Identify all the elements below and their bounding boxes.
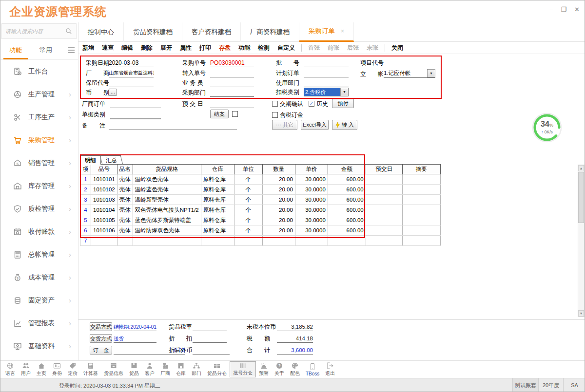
tab-purchase-order[interactable]: 采购订单× (299, 22, 354, 42)
scrollbar-thumb[interactable] (578, 172, 584, 223)
bottombar-pricing-button[interactable]: 定价 (65, 361, 80, 377)
chevron-down-icon[interactable]: ▼ (427, 69, 435, 77)
scroll-down-icon[interactable]: ▼ (578, 310, 584, 317)
hamburger-icon[interactable] (68, 47, 75, 53)
sidebar-item-process[interactable]: 工序生产› (0, 106, 78, 129)
reserve-code-field[interactable] (109, 79, 154, 87)
column-header[interactable]: 单价 (295, 165, 328, 174)
transfer-in-button[interactable]: 转 入 (332, 120, 357, 130)
table-row[interactable]: 7 (80, 236, 441, 246)
doc-type-field[interactable] (110, 111, 161, 119)
bottombar-about-button[interactable]: ?关于 (272, 361, 287, 377)
trade-mode-value[interactable]: 结帐期:2020-04-01; 票 (114, 323, 156, 331)
excel-import-button[interactable]: Excel导入 (301, 120, 329, 130)
tab-summary[interactable]: 汇总 (100, 155, 123, 165)
toolbar-prev-button[interactable]: 前张 (324, 44, 343, 52)
bottombar-warehouse-button[interactable]: 仓库 (173, 361, 189, 377)
column-header[interactable]: 数量 (262, 165, 295, 174)
supplier-field[interactable]: 山东省烟台市益达科技有 (109, 69, 154, 77)
tab-detail[interactable]: 明细 (80, 155, 101, 165)
sidebar-tab-frequent[interactable]: 常用 (31, 40, 61, 59)
scroll-up-icon[interactable]: ▲ (578, 165, 584, 171)
sidebar-item-production[interactable]: 生产管理› (0, 83, 78, 106)
sidebar-item-purchase[interactable]: 采购管理› (0, 129, 78, 151)
sidebar-item-inventory[interactable]: 库存管理› (0, 174, 78, 197)
close-button[interactable]: ✕ (574, 6, 580, 13)
toolbar-last-button[interactable]: 末张 (363, 44, 382, 52)
account-select[interactable]: 1.记应付帐 ▼ (384, 69, 435, 78)
close-case-checkbox[interactable] (232, 111, 238, 117)
toolbar-next-button[interactable]: 后张 (343, 44, 363, 52)
supplier-order-field[interactable] (110, 100, 161, 108)
tab-control-center[interactable]: 控制中心 (78, 22, 124, 42)
toolbar-print-button[interactable]: 打印 (195, 44, 215, 52)
tab-customer-archive[interactable]: 客户资料建档 (182, 22, 241, 42)
close-case-button[interactable]: 结案 (210, 110, 229, 118)
toolbar-save-button[interactable]: 存盘 (215, 44, 234, 52)
bottombar-goods-info-button[interactable]: 货品信息 (101, 361, 126, 377)
table-row[interactable]: 41010104壳体双色壳体电气接头NPT1/2原料仓库个20.0030.000… (80, 205, 441, 215)
column-header[interactable]: 项 (80, 165, 91, 174)
bottombar-goods-split-button[interactable]: 货品分仓 (204, 361, 230, 377)
column-header[interactable]: 货品规格 (133, 165, 201, 174)
bottombar-alert-button[interactable]: 预警 (256, 361, 272, 377)
bottombar-supplier-button[interactable]: 厂商 (157, 361, 173, 377)
delivery-date-field[interactable] (210, 100, 254, 108)
toolbar-first-button[interactable]: 首张 (304, 44, 324, 52)
toolbar-properties-button[interactable]: 属性 (176, 44, 195, 52)
bottombar-identity-button[interactable]: 身份 (49, 361, 65, 377)
tab-close-icon[interactable]: × (341, 28, 344, 35)
sidebar-item-payments[interactable]: 收付账款› (0, 220, 78, 243)
bottombar-language-button[interactable]: 语言 (2, 361, 18, 377)
toolbar-edit-button[interactable]: 编辑 (117, 44, 137, 52)
remark-field[interactable] (109, 122, 237, 130)
toolbar-delete-button[interactable]: 删除 (137, 44, 156, 52)
delivery-mode-button[interactable]: 交货方式 (90, 334, 112, 343)
sidebar-item-cost[interactable]: $成本管理› (0, 266, 78, 289)
column-header[interactable]: 预交日 (366, 165, 402, 174)
discounted-fc-field[interactable] (193, 346, 230, 355)
toolbar-quick-search-button[interactable]: 速查 (98, 44, 117, 52)
tab-supplier-archive[interactable]: 厂商资料建档 (241, 22, 299, 42)
column-header[interactable]: 仓库 (201, 165, 234, 174)
purchase-dept-field[interactable] (210, 89, 254, 97)
toolbar-close-button[interactable]: 关闭 (388, 44, 407, 52)
sidebar-item-basic-data[interactable]: 基础资料› (0, 335, 78, 357)
sidebar-item-quality[interactable]: 质检管理› (0, 197, 78, 220)
po-number-field[interactable]: PO03030001 (210, 59, 254, 67)
bottombar-user-button[interactable]: 用户 (18, 361, 34, 377)
bottombar-batch-split-button[interactable]: 批号分仓 (230, 361, 256, 377)
column-header[interactable]: 品名 (117, 165, 133, 174)
history-checkbox[interactable] (309, 101, 314, 107)
bottombar-tboss-button[interactable]: TBoss (303, 361, 322, 377)
bottombar-goods-button[interactable]: 货品 (126, 361, 142, 377)
tax-rate-field[interactable] (193, 323, 227, 331)
use-dept-field[interactable] (304, 79, 349, 87)
sidebar-tab-functions[interactable]: 功能 (0, 40, 31, 59)
column-header[interactable]: 单位 (234, 165, 262, 174)
column-header[interactable]: 品号 (91, 165, 117, 174)
network-gauge[interactable]: 34% ↑ 0K/s (532, 112, 562, 143)
column-header[interactable]: 金额 (328, 165, 366, 174)
column-header[interactable]: 摘要 (402, 165, 440, 174)
tax-type-select[interactable]: 2.含税价 ▼ (304, 88, 349, 96)
currency-browse-button[interactable]: … (109, 89, 117, 96)
search-input[interactable]: 请输入搜索内容 (1, 23, 77, 39)
sidebar-item-ledger[interactable]: 总帐管理› (0, 243, 78, 266)
bottombar-theme-button[interactable]: 配色 (287, 361, 303, 377)
chevron-down-icon[interactable]: ▼ (340, 88, 348, 96)
tab-goods-archive[interactable]: 货品资料建档 (124, 22, 182, 42)
bottombar-department-button[interactable]: 部门 (189, 361, 204, 377)
minimize-button[interactable]: – (549, 6, 553, 13)
table-row[interactable]: 11010101壳体温岭双色壳体原料仓库个20.0030.0000600.00 (80, 174, 441, 185)
bottombar-customer-button[interactable]: 客户 (142, 361, 157, 377)
table-row[interactable]: 31010103壳体温岭新型壳体原料仓库个20.0030.0000600.00 (80, 195, 441, 205)
tax-deposit-checkbox[interactable] (272, 112, 278, 118)
table-row[interactable]: 51010105壳体蓝色壳体罗斯蒙特端盖原料仓库个20.0030.0000600… (80, 215, 441, 225)
deposit-button[interactable]: 订 金 (90, 346, 112, 355)
discount-field[interactable] (193, 335, 227, 343)
toolbar-functions-button[interactable]: 功能 (234, 44, 254, 52)
toolbar-check-button[interactable]: 检测 (254, 44, 273, 52)
bottombar-home-button[interactable]: 主页 (34, 361, 49, 377)
batch-no-field[interactable] (304, 59, 349, 67)
